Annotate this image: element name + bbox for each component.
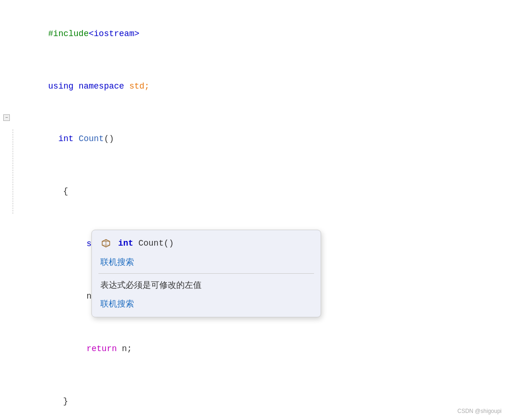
- fold-gutter: [0, 166, 13, 167]
- autocomplete-link-2[interactable]: 联机搜索: [92, 294, 321, 313]
- paren-count: (): [104, 134, 114, 143]
- code-content-7: return n;: [13, 323, 132, 374]
- watermark: CSDN @shigoupi: [458, 408, 502, 414]
- code-line: return n;: [0, 322, 510, 375]
- fold-gutter-count[interactable]: −: [0, 113, 13, 121]
- cube-icon: [100, 238, 112, 249]
- autocomplete-divider: [98, 273, 314, 274]
- fold-button-count[interactable]: −: [3, 114, 10, 121]
- code-content-3: int Count(): [13, 113, 114, 164]
- code-editor: #include<iostream> using namespace std; …: [0, 0, 510, 420]
- autocomplete-popup: int Count() 联机搜索 表达式必须是可修改的左值 联机搜索: [91, 230, 321, 317]
- function-name-count: Count: [79, 134, 104, 143]
- autocomplete-fname: Count(): [133, 239, 173, 248]
- fold-gutter: [0, 271, 13, 272]
- fold-gutter: [0, 376, 13, 377]
- keyword-namespace: namespace: [79, 82, 129, 91]
- close-brace-count: }: [63, 397, 68, 406]
- code-content-8: }: [13, 376, 68, 420]
- open-brace-count: {: [63, 187, 68, 196]
- code-line: using namespace std;: [0, 60, 510, 112]
- autocomplete-link-1[interactable]: 联机搜索: [92, 253, 321, 271]
- autocomplete-error-text: 表达式必须是可修改的左值: [92, 276, 321, 294]
- autocomplete-item-text: int Count(): [118, 239, 174, 248]
- include-header: <iostream>: [89, 29, 139, 38]
- code-line: {: [0, 165, 510, 218]
- autocomplete-item-count[interactable]: int Count(): [92, 234, 321, 253]
- preprocessor-keyword: #include: [48, 29, 89, 38]
- keyword-using: using: [48, 82, 79, 91]
- code-line: }: [0, 375, 510, 420]
- return-val-n: n;: [122, 344, 132, 353]
- code-content-1: #include<iostream>: [13, 8, 139, 59]
- code-line: − int Count(): [0, 112, 510, 165]
- autocomplete-keyword: int: [118, 239, 133, 248]
- code-content-4: {: [13, 166, 68, 217]
- keyword-return-count: return: [86, 344, 122, 353]
- code-content-2: using namespace std;: [13, 61, 150, 112]
- fold-gutter: [0, 61, 13, 62]
- fold-gutter: [0, 8, 13, 9]
- code-line: #include<iostream>: [0, 8, 510, 60]
- fold-gutter: [0, 218, 13, 219]
- type-int: int: [58, 134, 78, 143]
- fold-gutter: [0, 323, 13, 324]
- namespace-std: std;: [129, 82, 150, 91]
